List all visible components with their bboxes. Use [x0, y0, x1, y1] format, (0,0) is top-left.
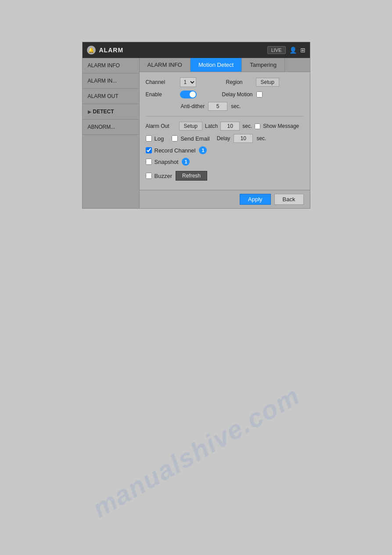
sidebar-item-detect[interactable]: ▶ DETECT: [83, 104, 139, 120]
record-channel-checkbox[interactable]: [146, 147, 152, 153]
tab-motion-detect-label: Motion Detect: [198, 62, 234, 68]
log-label: Log: [155, 135, 164, 142]
buzzer-refresh-row: Buzzer Refresh: [146, 171, 304, 181]
live-badge: LIVE: [267, 46, 286, 54]
sidebar-label-abnorm: ABNORM...: [88, 124, 115, 130]
sidebar-label-alarm-in: ALARM IN...: [88, 78, 117, 84]
show-message-checkbox[interactable]: [255, 123, 260, 129]
back-button[interactable]: Back: [274, 194, 304, 205]
latch-label: Latch: [205, 123, 218, 129]
snapshot-checkbox[interactable]: [146, 159, 152, 165]
alarm-window: 🔔 ALARM LIVE 👤 ⊞ ALARM INFO ALARM IN... …: [82, 42, 310, 209]
region-label: Region: [226, 79, 252, 85]
tabs: ALARM INFO Motion Detect Tampering: [140, 58, 310, 72]
grid-icon[interactable]: ⊞: [300, 47, 306, 54]
enable-toggle[interactable]: [180, 91, 197, 98]
antidither-input[interactable]: [208, 102, 227, 111]
snapshot-row: Snapshot 1: [146, 158, 304, 166]
channel-region-row: Channel 1 2 3 4 Region Setup: [146, 77, 304, 87]
log-checkbox-row: Log: [146, 135, 164, 142]
antidither-label: Anti-dither: [181, 103, 205, 109]
send-email-checkbox[interactable]: [172, 135, 178, 141]
antidither-row: Anti-dither sec.: [146, 102, 304, 111]
delay-label: Delay: [217, 135, 230, 141]
log-email-delay-row: Log Send Email Delay sec.: [146, 134, 304, 143]
record-channel-checkbox-row: Record Channel: [146, 147, 196, 154]
tab-alarm-info[interactable]: ALARM INFO: [140, 58, 191, 72]
alarm-icon: 🔔: [87, 46, 96, 54]
sidebar: ALARM INFO ALARM IN... ALARM OUT ▶ DETEC…: [83, 58, 140, 208]
refresh-button[interactable]: Refresh: [176, 171, 207, 181]
snapshot-badge: 1: [182, 158, 190, 166]
record-channel-row: Record Channel 1: [146, 146, 304, 154]
delay-sec-label: sec.: [256, 135, 266, 141]
send-email-label: Send Email: [180, 135, 209, 142]
window-body: ALARM INFO ALARM IN... ALARM OUT ▶ DETEC…: [83, 58, 310, 208]
region-setup-button[interactable]: Setup: [256, 78, 279, 87]
tab-tampering-label: Tampering: [250, 62, 277, 68]
record-channel-badge: 1: [199, 146, 207, 154]
alarm-out-label: Alarm Out: [146, 123, 176, 129]
tab-alarm-info-label: ALARM INFO: [147, 62, 182, 68]
delay-input[interactable]: [234, 134, 253, 143]
title-bar-left: 🔔 ALARM: [87, 46, 124, 54]
apply-button[interactable]: Apply: [240, 194, 271, 205]
delay-motion-label: Delay Motion: [222, 91, 253, 98]
main-content: ALARM INFO Motion Detect Tampering Chann…: [140, 58, 310, 208]
chevron-right-icon: ▶: [88, 109, 91, 114]
enable-delaymotion-row: Enable Delay Motion: [146, 91, 304, 98]
snapshot-checkbox-row: Snapshot: [146, 159, 179, 165]
sidebar-label-detect: DETECT: [93, 109, 114, 115]
footer: Apply Back: [140, 190, 310, 208]
sidebar-item-abnorm[interactable]: ABNORM...: [83, 120, 139, 135]
show-message-label: Show Message: [263, 123, 299, 129]
alarm-out-setup-button[interactable]: Setup: [179, 122, 202, 131]
sidebar-item-alarm-in[interactable]: ALARM IN...: [83, 73, 139, 89]
title-bar-right: LIVE 👤 ⊞: [267, 46, 306, 54]
tab-tampering[interactable]: Tampering: [242, 58, 285, 72]
sidebar-item-alarm-out[interactable]: ALARM OUT: [83, 89, 139, 104]
enable-label: Enable: [146, 91, 176, 98]
sidebar-item-alarm-info[interactable]: ALARM INFO: [83, 58, 139, 73]
title-bar: 🔔 ALARM LIVE 👤 ⊞: [83, 42, 310, 58]
channel-label: Channel: [146, 79, 176, 85]
delay-motion-checkbox[interactable]: [256, 91, 263, 98]
log-checkbox[interactable]: [146, 135, 152, 141]
watermark: manualshive.com: [87, 380, 305, 524]
snapshot-label: Snapshot: [155, 159, 179, 165]
antidither-sec-label: sec.: [231, 103, 241, 109]
alarm-out-latch-row: Alarm Out Setup Latch sec. Show Message: [146, 122, 304, 131]
user-icon[interactable]: 👤: [289, 47, 297, 54]
buzzer-checkbox[interactable]: [146, 173, 152, 179]
latch-sec-label: sec.: [242, 123, 252, 129]
buzzer-label: Buzzer: [155, 173, 172, 179]
window-title: ALARM: [99, 47, 124, 54]
buzzer-checkbox-row: Buzzer: [146, 173, 172, 179]
latch-input[interactable]: [220, 122, 240, 131]
form-area: Channel 1 2 3 4 Region Setup Enable Dela…: [140, 72, 310, 190]
sidebar-label-alarm-out: ALARM OUT: [88, 93, 119, 99]
record-channel-label: Record Channel: [155, 147, 196, 154]
sidebar-label-alarm-info: ALARM INFO: [88, 62, 120, 69]
send-email-checkbox-row: Send Email: [172, 135, 209, 142]
channel-select[interactable]: 1 2 3 4: [180, 77, 196, 87]
tab-motion-detect[interactable]: Motion Detect: [191, 58, 242, 72]
